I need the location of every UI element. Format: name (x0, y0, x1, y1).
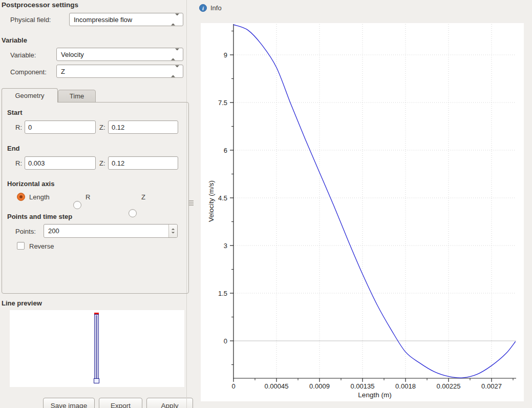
x-tick-label: 0 (231, 382, 235, 390)
physical-field-label: Physical field: (10, 16, 51, 24)
preview-geometry-inner (96, 315, 97, 378)
component-label: Component: (10, 68, 47, 76)
splitter-handle[interactable] (189, 200, 194, 207)
y-tick-label: 0 (224, 337, 227, 345)
velocity-plot-canvas[interactable]: 01.534.567.5900.000450.00090.001350.0018… (201, 23, 524, 401)
x-tick-label: 0.0027 (481, 382, 502, 390)
combo-stepper-icon[interactable] (171, 16, 179, 24)
apply-button-label: Apply (161, 402, 179, 408)
component-value: Z (61, 68, 65, 75)
info-header-label: Info (210, 4, 222, 12)
y-axis-title: Velocity (m/s) (207, 180, 215, 222)
component-combo[interactable]: Z (56, 65, 183, 78)
plot-gridlines (233, 24, 516, 378)
x-tick-label: 0.00045 (265, 382, 289, 390)
x-tick-label: 0.0009 (309, 382, 330, 390)
save-image-button[interactable]: Save image (43, 398, 95, 408)
combo-stepper-icon[interactable] (171, 68, 179, 75)
y-tick-label: 6 (224, 147, 227, 154)
y-tick-label: 7.5 (218, 99, 227, 107)
geometry-tab-pane (2, 102, 189, 294)
plot-ticks (230, 31, 513, 382)
y-tick-label: 4.5 (218, 194, 227, 202)
tab-geometry-label: Geometry (15, 92, 44, 99)
preview-geometry-base (94, 378, 99, 383)
y-tick-label: 9 (224, 51, 227, 59)
export-button-label: Export (111, 402, 131, 408)
plot-axes (233, 24, 516, 378)
velocity-curve (233, 25, 516, 378)
variable-label: Variable: (10, 51, 36, 59)
panel-title: Postprocessor settings (2, 1, 78, 9)
x-axis-title: Length (m) (358, 391, 391, 399)
x-tick-label: 0.0018 (395, 382, 416, 390)
tab-geometry[interactable]: Geometry (2, 88, 58, 103)
variable-combo[interactable]: Velocity (56, 48, 183, 61)
save-image-button-label: Save image (51, 402, 87, 408)
variable-value: Velocity (61, 51, 84, 58)
combo-stepper-icon[interactable] (171, 51, 179, 58)
tab-time[interactable]: Time (58, 90, 96, 103)
line-preview-canvas (10, 310, 184, 387)
physical-field-value: Incompressible flow (74, 16, 132, 24)
export-button[interactable]: Export (99, 398, 142, 408)
y-tick-label: 1.5 (218, 290, 227, 297)
variable-section-header: Variable (2, 36, 27, 44)
velocity-plot-svg: 01.534.567.5900.000450.00090.001350.0018… (201, 23, 524, 401)
y-tick-label: 3 (224, 242, 227, 250)
physical-field-combo[interactable]: Incompressible flow (69, 13, 183, 26)
plot-tick-labels: 01.534.567.5900.000450.00090.001350.0018… (218, 51, 502, 391)
line-preview-section-header: Line preview (2, 299, 42, 307)
x-tick-label: 0.00135 (351, 382, 375, 390)
info-icon: i (199, 4, 207, 12)
x-tick-label: 0.00225 (437, 382, 461, 390)
tab-time-label: Time (70, 92, 84, 100)
